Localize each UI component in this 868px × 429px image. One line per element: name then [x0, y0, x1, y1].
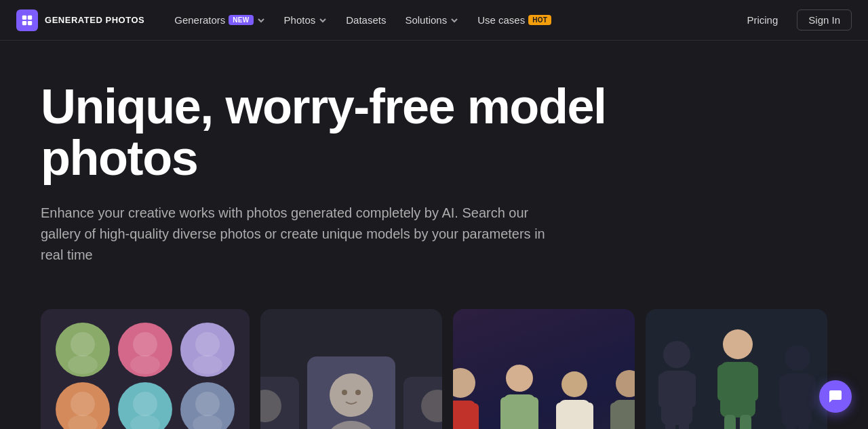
generators-chevron [257, 16, 265, 24]
svg-rect-74 [724, 415, 736, 429]
datasets-label: Datasets [346, 14, 386, 26]
photos-label: Photos [284, 14, 316, 26]
svg-rect-66 [665, 422, 675, 429]
svg-rect-3 [28, 20, 32, 24]
nav-photos[interactable]: Photos [276, 10, 336, 30]
svg-point-6 [133, 332, 157, 356]
svg-rect-32 [453, 403, 455, 429]
svg-rect-67 [679, 422, 689, 429]
face-circle-5 [118, 382, 172, 429]
svg-rect-80 [779, 376, 789, 409]
svg-rect-73 [747, 365, 758, 401]
svg-point-15 [193, 415, 222, 429]
svg-point-14 [195, 392, 220, 416]
svg-rect-75 [740, 415, 751, 429]
signin-button[interactable]: Sign In [797, 9, 852, 30]
navbar: GENERATED PHOTOS Generators New Photos D… [0, 0, 868, 41]
card-face-gallery[interactable] [41, 309, 250, 429]
face-circle-6 [180, 382, 235, 429]
face-older-left-svg [260, 380, 296, 429]
svg-point-5 [68, 355, 98, 374]
svg-point-62 [663, 341, 690, 368]
face-svg-4 [56, 382, 110, 429]
card-age-slider[interactable]: Younger Older [260, 309, 442, 429]
cards-row: Younger Older [0, 293, 868, 429]
face-older-right-svg [407, 380, 442, 429]
brand-logo[interactable]: GENERATED PHOTOS [16, 9, 144, 31]
svg-rect-64 [658, 373, 669, 407]
nav-use-cases[interactable]: Use cases Hot [469, 10, 559, 30]
use-cases-label: Use cases [477, 14, 525, 26]
figure-woman-green [492, 361, 547, 429]
face-circle-2 [118, 323, 172, 377]
nav-right: Pricing Sign In [738, 9, 852, 30]
figure-3d-center [708, 325, 768, 429]
age-face-older-left [260, 377, 299, 429]
photos-chevron [319, 16, 327, 24]
svg-point-24 [330, 373, 373, 417]
svg-point-46 [561, 371, 587, 397]
svg-point-28 [421, 390, 442, 422]
nav-links: Generators New Photos Datasets Solutions… [166, 10, 738, 30]
svg-rect-33 [467, 403, 479, 429]
hero-subtitle: Enhance your creative works with photos … [41, 203, 570, 266]
age-face-young-center [307, 356, 395, 429]
svg-point-25 [327, 421, 376, 429]
face-young-center-svg [311, 360, 392, 429]
face-svg-6 [180, 382, 235, 429]
solutions-chevron [450, 16, 458, 24]
svg-point-7 [130, 355, 160, 374]
face-svg-1 [56, 323, 110, 377]
logo-svg [21, 14, 33, 26]
age-faces-group [260, 309, 442, 429]
svg-point-78 [785, 345, 810, 371]
use-cases-badge: Hot [528, 15, 551, 25]
logo-icon [16, 9, 38, 31]
age-face-older-right [403, 377, 442, 429]
svg-rect-83 [799, 424, 808, 429]
brand-name: GENERATED PHOTOS [45, 15, 144, 26]
generators-badge: New [229, 15, 253, 25]
chat-icon [827, 388, 844, 405]
svg-rect-82 [786, 424, 795, 429]
figure-woman-white [549, 367, 600, 429]
svg-point-8 [195, 332, 220, 356]
hero-title: Unique, worry-free model photos [41, 81, 651, 184]
svg-rect-56 [610, 403, 620, 429]
svg-rect-72 [717, 365, 728, 401]
svg-point-54 [616, 370, 635, 397]
svg-point-9 [193, 355, 222, 374]
svg-point-27 [355, 390, 361, 395]
svg-point-11 [68, 415, 98, 429]
nav-solutions[interactable]: Solutions [397, 10, 467, 30]
svg-point-30 [453, 368, 475, 398]
pricing-link[interactable]: Pricing [738, 10, 786, 30]
3d-figures-group [652, 309, 822, 429]
svg-point-38 [506, 365, 533, 392]
svg-point-4 [71, 332, 95, 356]
face-svg-3 [180, 323, 235, 377]
figure-3d-shadow [652, 335, 703, 429]
svg-point-12 [133, 392, 157, 416]
figure-3d-right [773, 340, 822, 429]
card-3d-models[interactable]: Younger Older [646, 309, 827, 429]
svg-rect-65 [686, 373, 696, 407]
group-figures [453, 361, 635, 429]
card-group-models[interactable] [453, 309, 635, 429]
face-svg-2 [118, 323, 172, 377]
svg-point-10 [71, 392, 95, 416]
svg-point-22 [260, 390, 281, 422]
svg-rect-2 [22, 20, 26, 24]
solutions-label: Solutions [405, 14, 447, 26]
svg-point-26 [342, 390, 347, 395]
face-circle-3 [180, 323, 235, 377]
nav-generators[interactable]: Generators New [166, 10, 273, 30]
nav-datasets[interactable]: Datasets [338, 10, 394, 30]
svg-rect-1 [28, 15, 32, 19]
figure-man-red [453, 364, 490, 429]
figure-woman-grey [603, 366, 635, 429]
svg-point-70 [723, 329, 753, 359]
svg-rect-0 [22, 15, 26, 19]
chat-button[interactable] [819, 380, 852, 413]
svg-rect-49 [583, 403, 593, 429]
